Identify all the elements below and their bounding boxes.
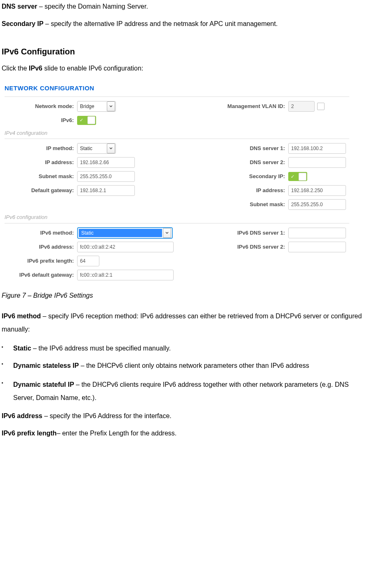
dropdown-arrow-icon (107, 101, 115, 111)
ipv6-dns1-label: IPv6 DNS server 1: (179, 229, 288, 237)
secondary-ip-text: – specify the alternative IP address and… (43, 20, 278, 27)
dns2-label: DNS server 2: (179, 158, 288, 167)
ipv6-gw-input[interactable] (77, 270, 174, 280)
divider (5, 96, 349, 97)
secondary-ip-address-label: IP address: (179, 186, 288, 195)
check-icon: ✓ (80, 117, 83, 124)
ipv6-method-label: IPv6 method: (2, 229, 77, 237)
ip-method-label: IP method: (2, 144, 77, 153)
ipv4-subtitle: IPv4 configuration (2, 127, 352, 138)
ipv6-method-paragraph: IPv6 method – specify IPv6 reception met… (2, 310, 365, 336)
ipv6-click-bold: IPv6 (29, 65, 42, 72)
dropdown-arrow-icon (163, 228, 171, 238)
ipv6-address-input[interactable] (77, 242, 174, 252)
static-text: – the IPv6 address must be specified man… (31, 345, 171, 352)
ipv6-dns1-input[interactable] (288, 228, 346, 238)
network-mode-value: Bridge (78, 103, 107, 110)
dynamic-stateless-text: – the DHCPv6 client only obtains network… (79, 362, 309, 369)
ipv6-address-term: IPv6 address (2, 412, 42, 419)
vlan-label: Management VLAN ID: (179, 102, 288, 111)
subnet-mask-input[interactable] (77, 171, 135, 182)
ipv6-dns2-label: IPv6 DNS server 2: (179, 243, 288, 251)
check-icon: ✓ (291, 173, 294, 180)
figure-7-caption: Figure 7 – Bridge IPv6 Settings (2, 291, 365, 301)
ipv6-click-paragraph: Click the IPv6 slide to enable IPv6 conf… (2, 64, 365, 73)
ipv6-address-paragraph: IPv6 address – specify the IPv6 Address … (2, 411, 365, 421)
divider (5, 223, 349, 223)
dns1-input[interactable] (288, 143, 346, 154)
ipv6-click-post: slide to enable IPv6 configuration: (42, 65, 144, 72)
secondary-ip-toggle[interactable]: ✓ (288, 172, 307, 181)
ip-address-input[interactable] (77, 157, 135, 168)
ipv6-prefix-label: IPv6 prefix length: (2, 257, 77, 265)
divider (5, 139, 349, 139)
ip-method-value: Static (78, 145, 107, 152)
ipv6-method-select[interactable]: Static (77, 227, 173, 239)
dns-server-term: DNS server (2, 3, 37, 10)
secondary-subnet-input[interactable] (288, 199, 346, 210)
ipv6-click-pre: Click the (2, 65, 29, 72)
network-config-title: NETWORK CONFIGURATION (2, 81, 352, 96)
dns1-label: DNS server 1: (179, 144, 288, 153)
ipv6-address-text: – specify the IPv6 Address for the inter… (42, 412, 172, 419)
ipv6-prefix-input[interactable] (77, 256, 99, 266)
dynamic-stateless-term: Dynamic stateless IP (13, 362, 79, 369)
ipv6-method-value: Static (79, 229, 162, 237)
network-mode-select[interactable]: Bridge (77, 101, 116, 112)
subnet-mask-label: Subnet mask: (2, 172, 77, 181)
ipv6-subtitle: IPv6 configuration (2, 212, 352, 222)
secondary-ip-term: Secondary IP (2, 20, 43, 27)
default-gw-label: Default gateway: (2, 186, 77, 195)
secondary-subnet-label: Subnet mask: (179, 200, 288, 209)
ipv6-method-term: IPv6 method (2, 313, 41, 320)
list-item: Dynamic stateless IP – the DHCPv6 client… (2, 359, 365, 372)
dns-server-paragraph: DNS server – specify the Domain Naming S… (2, 2, 365, 12)
ipv6-address-label: IPv6 address: (2, 243, 77, 251)
dynamic-stateful-term: Dynamic stateful IP (13, 381, 74, 388)
secondary-ip-input[interactable] (288, 185, 346, 196)
ip-address-label: IP address: (2, 158, 77, 167)
ipv6-prefix-paragraph: IPv6 prefix length– enter the Prefix Len… (2, 428, 365, 438)
ipv6-prefix-term: IPv6 prefix length (2, 430, 56, 437)
ipv6-method-text: – specify IPv6 reception method: IPv6 ad… (2, 313, 362, 333)
ipv6-prefix-text: – enter the Prefix Length for the addres… (56, 430, 176, 437)
secondary-ip-paragraph: Secondary IP – specify the alternative I… (2, 19, 365, 29)
network-mode-label: Network mode: (2, 102, 77, 111)
list-item: Static – the IPv6 address must be specif… (2, 343, 365, 353)
default-gw-input[interactable] (77, 185, 135, 196)
dns2-input[interactable] (288, 157, 346, 168)
list-item: Dynamic stateful IP – the DHCPv6 clients… (2, 378, 365, 405)
ipv6-gw-label: IPv6 default gateway: (2, 271, 77, 279)
secondary-ip-label: Secondary IP: (179, 172, 288, 181)
ip-method-select[interactable]: Static (77, 143, 116, 154)
ipv6-dns2-input[interactable] (288, 242, 346, 252)
static-term: Static (13, 345, 31, 352)
ipv6-config-heading: IPv6 Configuration (2, 45, 365, 58)
ipv6-toggle[interactable]: ✓ (77, 116, 96, 125)
dropdown-arrow-icon (107, 143, 115, 153)
vlan-checkbox[interactable] (317, 103, 325, 110)
network-config-panel: NETWORK CONFIGURATION Network mode: Brid… (2, 81, 352, 287)
vlan-input[interactable] (288, 101, 315, 112)
ipv6-toggle-label: IPv6: (2, 116, 77, 125)
dns-server-text: – specify the Domain Naming Server. (37, 3, 148, 10)
